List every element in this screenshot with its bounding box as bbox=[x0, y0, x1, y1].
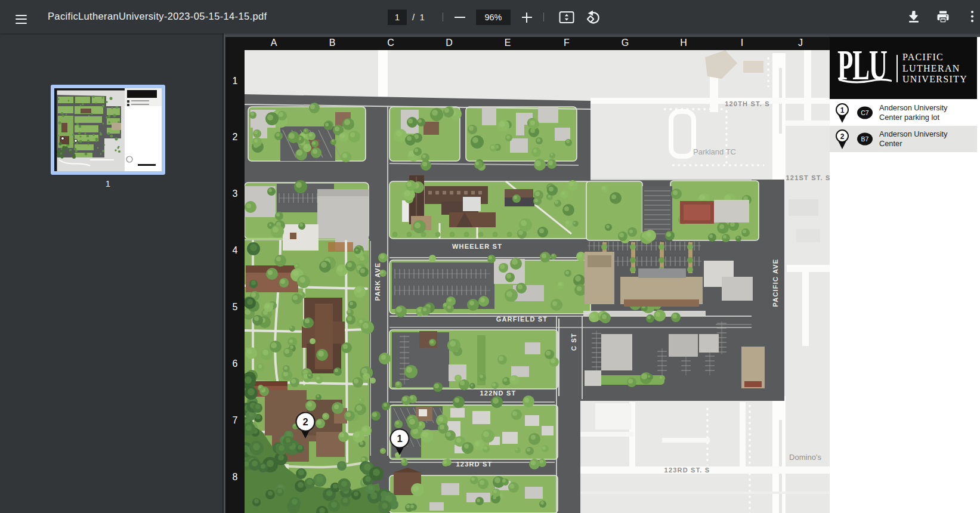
svg-text:122ND ST: 122ND ST bbox=[480, 390, 517, 397]
svg-text:C ST: C ST bbox=[570, 333, 577, 351]
svg-text:B7: B7 bbox=[861, 135, 869, 143]
svg-text:2: 2 bbox=[840, 132, 845, 141]
svg-text:2: 2 bbox=[302, 416, 308, 427]
svg-text:120TH ST. S: 120TH ST. S bbox=[725, 100, 770, 107]
svg-text:C7: C7 bbox=[861, 109, 869, 116]
svg-text:Domino's: Domino's bbox=[789, 453, 821, 462]
svg-text:121ST ST. S: 121ST ST. S bbox=[786, 174, 830, 181]
svg-text:GARFIELD ST: GARFIELD ST bbox=[496, 316, 548, 323]
svg-text:123RD ST. S: 123RD ST. S bbox=[664, 466, 710, 474]
svg-text:PARK AVE: PARK AVE bbox=[374, 262, 381, 301]
svg-text:PACIFIC AVE: PACIFIC AVE bbox=[772, 259, 779, 307]
svg-text:WHEELER ST: WHEELER ST bbox=[452, 243, 502, 250]
svg-text:Parkland TC: Parkland TC bbox=[693, 147, 736, 156]
svg-text:123RD ST: 123RD ST bbox=[456, 461, 493, 468]
svg-text:1: 1 bbox=[397, 433, 402, 444]
svg-text:1: 1 bbox=[840, 106, 845, 114]
